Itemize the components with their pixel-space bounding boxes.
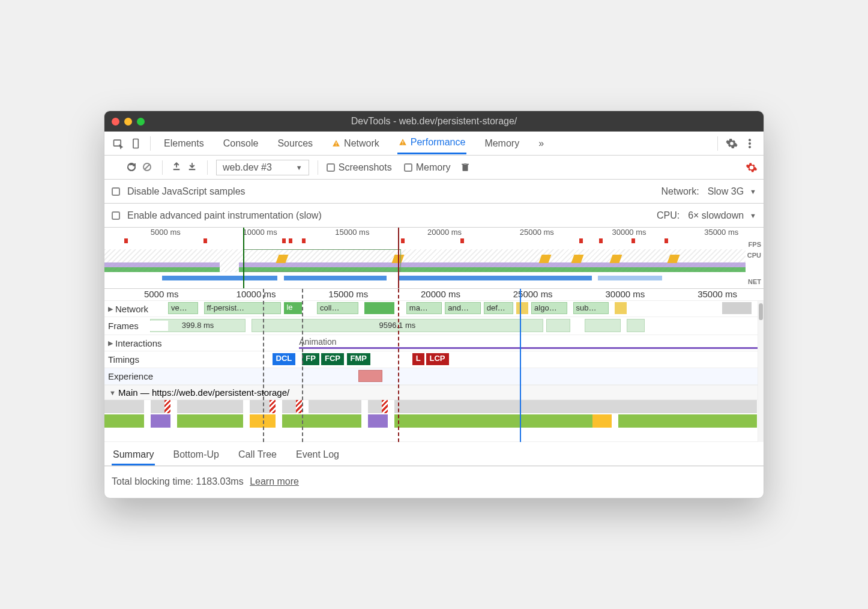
network-entry[interactable]: le xyxy=(284,302,302,314)
enable-paint-checkbox[interactable]: Enable advanced paint instrumentation (s… xyxy=(112,210,322,221)
track-main-header[interactable]: ▼ Main — https://web.dev/persistent-stor… xyxy=(104,385,764,400)
frame-entry[interactable] xyxy=(627,319,645,332)
devtools-window: DevTools - web.dev/persistent-storage/ E… xyxy=(104,111,764,498)
inspect-element-icon[interactable] xyxy=(112,137,125,150)
svg-rect-4 xyxy=(402,141,403,144)
total-blocking-time: Total blocking time: 1183.03ms xyxy=(112,476,244,486)
tab-bottom-up[interactable]: Bottom-Up xyxy=(172,446,220,465)
range-start-line xyxy=(263,289,264,442)
save-profile-icon[interactable] xyxy=(187,162,199,174)
record-icon[interactable] xyxy=(110,162,122,174)
current-time-line xyxy=(520,289,521,442)
disable-js-checkbox[interactable]: Disable JavaScript samples xyxy=(112,186,246,197)
details-tabs: Summary Bottom-Up Call Tree Event Log xyxy=(104,442,764,466)
track-frames[interactable]: Frames 399.8 ms 9596.1 ms xyxy=(104,317,764,335)
device-toggle-icon[interactable] xyxy=(130,137,143,150)
performance-toolbar: web.dev #3 ▼ Screenshots Memory xyxy=(104,156,764,180)
track-timings[interactable]: Timings DCL FP FCP FMP L LCP xyxy=(104,351,764,368)
reload-icon[interactable] xyxy=(126,162,138,174)
frame-entry[interactable] xyxy=(546,319,570,332)
load-profile-icon[interactable] xyxy=(171,162,183,174)
animation-label: Animation xyxy=(299,337,336,347)
track-main-flamechart[interactable] xyxy=(104,400,764,442)
experience-entry[interactable] xyxy=(358,370,382,382)
tab-memory[interactable]: Memory xyxy=(483,132,520,154)
timing-fp[interactable]: FP xyxy=(302,353,319,365)
overview-marker-line xyxy=(243,228,244,288)
learn-more-link[interactable]: Learn more xyxy=(250,476,299,486)
svg-rect-12 xyxy=(189,169,196,170)
track-interactions[interactable]: ▶Interactions Animation xyxy=(104,335,764,351)
overview-cpu-label: CPU xyxy=(747,252,761,259)
timing-dcl[interactable]: DCL xyxy=(273,353,296,365)
trash-icon[interactable] xyxy=(460,162,472,174)
svg-rect-2 xyxy=(336,142,337,144)
timeline-overview[interactable]: 5000 ms 10000 ms 15000 ms 20000 ms 25000… xyxy=(104,228,764,289)
network-entry[interactable]: and… xyxy=(445,302,481,314)
network-entry[interactable]: ff-persist… xyxy=(204,302,282,314)
tab-overflow[interactable]: » xyxy=(537,132,545,154)
settings-icon[interactable] xyxy=(725,137,738,150)
overview-marker-line xyxy=(398,228,399,288)
track-network[interactable]: ▶Network ve… ff-persist… le coll… ma… an… xyxy=(104,301,764,317)
timing-fmp[interactable]: FMP xyxy=(347,353,370,365)
timing-lcp[interactable]: LCP xyxy=(426,353,449,365)
network-throttle-select[interactable]: Network: Slow 3G ▼ xyxy=(662,186,756,197)
tab-sources[interactable]: Sources xyxy=(276,132,314,154)
network-entry[interactable] xyxy=(615,302,627,314)
clear-icon[interactable] xyxy=(142,162,154,174)
animation-bar[interactable] xyxy=(299,347,758,349)
network-entry[interactable] xyxy=(722,302,752,314)
svg-point-8 xyxy=(749,146,750,148)
network-entry[interactable]: ve… xyxy=(168,302,198,314)
expand-arrow-icon[interactable]: ▶ xyxy=(108,339,113,347)
collapse-arrow-icon[interactable]: ▼ xyxy=(109,389,116,396)
memory-checkbox[interactable]: Memory xyxy=(404,162,451,173)
overview-ruler: 5000 ms 10000 ms 15000 ms 20000 ms 25000… xyxy=(104,228,764,237)
track-experience[interactable]: Experience xyxy=(104,368,764,385)
network-entry[interactable] xyxy=(364,302,394,314)
more-menu-icon[interactable] xyxy=(743,137,756,150)
tab-summary[interactable]: Summary xyxy=(112,446,155,465)
network-entry[interactable]: coll… xyxy=(317,302,358,314)
timing-fcp[interactable]: FCP xyxy=(321,353,344,365)
devtools-tabbar: Elements Console Sources Network Perform… xyxy=(104,132,764,156)
tab-console[interactable]: Console xyxy=(222,132,260,154)
panel-tabs: Elements Console Sources Network Perform… xyxy=(163,132,545,154)
tab-call-tree[interactable]: Call Tree xyxy=(237,446,278,465)
summary-panel: Total blocking time: 1183.03ms Learn mor… xyxy=(104,466,764,498)
overview-selection[interactable] xyxy=(243,249,402,272)
svg-rect-1 xyxy=(133,139,138,148)
tab-event-log[interactable]: Event Log xyxy=(295,446,340,465)
svg-point-7 xyxy=(749,142,750,144)
capture-settings-icon[interactable] xyxy=(746,162,758,174)
svg-rect-3 xyxy=(336,145,337,145)
tab-performance[interactable]: Performance xyxy=(397,132,467,154)
svg-rect-5 xyxy=(402,144,403,144)
overview-markers xyxy=(104,238,764,243)
timing-l[interactable]: L xyxy=(412,353,424,365)
vertical-scrollbar[interactable] xyxy=(758,301,764,442)
cpu-throttle-select[interactable]: CPU: 6× slowdown ▼ xyxy=(657,210,756,221)
overview-cpu-chart xyxy=(104,249,746,272)
expand-arrow-icon[interactable]: ▶ xyxy=(108,305,113,313)
tab-elements[interactable]: Elements xyxy=(163,132,205,154)
frame-entry[interactable] xyxy=(585,319,621,332)
profile-selector[interactable]: web.dev #3 ▼ xyxy=(216,160,309,175)
warning-icon xyxy=(399,138,407,147)
overview-net-chart xyxy=(104,276,746,280)
network-entry[interactable]: ma… xyxy=(406,302,442,314)
network-entry[interactable] xyxy=(516,302,528,314)
network-entry[interactable]: algo… xyxy=(531,302,567,314)
warning-icon xyxy=(332,139,340,148)
network-entry[interactable]: sub… xyxy=(573,302,609,314)
range-line xyxy=(302,289,303,442)
detail-ruler: 5000 ms 10000 ms 15000 ms 20000 ms 25000… xyxy=(104,289,764,301)
network-entry[interactable]: def… xyxy=(484,302,514,314)
chevron-down-icon: ▼ xyxy=(750,188,756,195)
chevron-down-icon: ▼ xyxy=(296,164,303,171)
timeline-detail[interactable]: 5000 ms 10000 ms 15000 ms 20000 ms 25000… xyxy=(104,289,764,442)
svg-rect-11 xyxy=(173,169,180,170)
tab-network[interactable]: Network xyxy=(331,132,381,154)
screenshots-checkbox[interactable]: Screenshots xyxy=(327,162,392,173)
